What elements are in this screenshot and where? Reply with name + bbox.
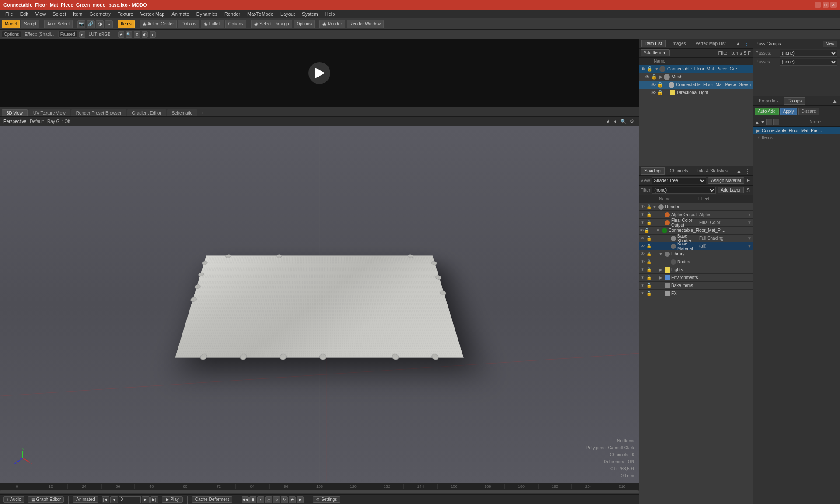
toolbar-icon-1[interactable]: 📷 xyxy=(77,20,85,28)
tab-schematic[interactable]: Schematic xyxy=(167,109,197,116)
shade-lock-alpha[interactable]: 🔒 xyxy=(646,212,652,217)
item-list-icon-1[interactable]: ▲ xyxy=(735,41,742,47)
assign-material-button[interactable]: Assign Material xyxy=(708,177,744,184)
tab-add-button[interactable]: + xyxy=(198,109,206,116)
timeline-scroll-thumb[interactable] xyxy=(0,490,639,494)
shade-vis-bake[interactable]: 👁 xyxy=(640,283,646,288)
tab-images[interactable]: Images xyxy=(668,40,690,47)
t2-icon-2[interactable]: 🔍 xyxy=(126,32,132,38)
lock-icon-light[interactable]: 🔒 xyxy=(657,90,663,95)
pass-groups-select[interactable]: (none) xyxy=(780,50,837,57)
auto-select-button[interactable]: Auto Select xyxy=(44,20,73,28)
tab-properties[interactable]: Properties xyxy=(755,97,783,105)
menu-vertex-map[interactable]: Vertex Map xyxy=(137,10,168,18)
shade-lock-render[interactable]: 🔒 xyxy=(646,204,652,209)
shade-lock-fx[interactable]: 🔒 xyxy=(646,291,652,296)
tab-channels[interactable]: Channels xyxy=(666,167,692,175)
t2-icon-5[interactable]: ⋮ xyxy=(150,32,156,38)
eye-icon-mesh-group[interactable]: 👁 xyxy=(645,74,650,80)
pb-icon-7[interactable]: ★ xyxy=(289,496,296,503)
shade-expand-env[interactable]: ▶ xyxy=(658,275,663,280)
discard-button[interactable]: Discard xyxy=(798,108,819,115)
tree-item-light[interactable]: 👁 🔒 Directional Light xyxy=(639,89,752,97)
paused-button[interactable]: Paused xyxy=(58,31,77,38)
maximize-button[interactable]: □ xyxy=(822,2,829,8)
options-3-button[interactable]: Options xyxy=(2,31,21,38)
vp-icon-1[interactable]: ★ xyxy=(605,119,611,124)
shader-f-btn[interactable]: F xyxy=(746,178,751,184)
pb-icon-1[interactable]: ◀◀ xyxy=(242,496,248,503)
pb-icon-6[interactable]: ↻ xyxy=(281,496,288,503)
eye-icon-light[interactable]: 👁 xyxy=(651,90,656,95)
shade-expand-library[interactable]: ▼ xyxy=(658,252,663,256)
render-window-button[interactable]: Render Window xyxy=(346,20,384,28)
shade-vis-lights[interactable]: 👁 xyxy=(640,267,646,272)
tab-render-preset[interactable]: Render Preset Browser xyxy=(71,109,126,116)
auto-add-button[interactable]: Auto Add xyxy=(755,108,779,115)
expand-scene[interactable]: ▼ xyxy=(654,66,659,71)
eye-icon-scene[interactable]: 👁 xyxy=(640,66,645,72)
render-button[interactable]: ◉ Render xyxy=(319,20,345,28)
shade-vis-fx[interactable]: 👁 xyxy=(640,291,646,296)
shader-row-finalcolor[interactable]: 👁 🔒 Final Color Output Final Color ▼ xyxy=(639,219,752,227)
pb-icon-4[interactable]: △ xyxy=(265,496,272,503)
lock-icon-mesh[interactable]: 🔒 xyxy=(657,82,663,88)
3d-canvas[interactable]: X Y Z No Items Polygons : Catmull-Clark … xyxy=(0,126,639,483)
vp-icon-2[interactable]: ● xyxy=(613,119,618,124)
shade-vis-render[interactable]: 👁 xyxy=(640,204,646,209)
group-icon-btn-2[interactable]: ▼ xyxy=(760,119,765,125)
settings-button[interactable]: ⚙ Settings xyxy=(313,496,340,503)
mode-model-button[interactable]: Model xyxy=(2,20,20,28)
filter-s-btn[interactable]: S xyxy=(743,50,746,56)
menu-dynamics[interactable]: Dynamics xyxy=(193,10,221,18)
shader-row-fx[interactable]: 👁 🔒 FX xyxy=(639,290,752,298)
pb-icon-3[interactable]: ▸ xyxy=(257,496,264,503)
tree-item-mesh[interactable]: 👁 🔒 Connectable_Floor_Mat_Piece_Green xyxy=(639,81,752,89)
play-preview-button[interactable] xyxy=(308,62,330,84)
frame-input[interactable] xyxy=(119,496,141,503)
shader-row-environments[interactable]: 👁 🔒 ▶ Environments xyxy=(639,274,752,282)
pb-icon-8[interactable]: ▶ xyxy=(297,496,304,503)
transport-prev-button[interactable]: ◀ xyxy=(110,496,118,503)
new-pass-button[interactable]: New xyxy=(822,41,837,47)
shade-vis-finalcolor[interactable]: 👁 xyxy=(640,220,646,225)
shader-tree-select[interactable]: Shader Tree xyxy=(652,177,707,184)
t2-icon-1[interactable]: ★ xyxy=(118,32,124,38)
transport-start-button[interactable]: |◀ xyxy=(102,496,109,503)
shade-lock-library[interactable]: 🔒 xyxy=(646,252,652,256)
menu-edit[interactable]: Edit xyxy=(17,10,32,18)
timeline-scrollbar[interactable] xyxy=(0,490,639,494)
shade-lock-finalcolor[interactable]: 🔒 xyxy=(646,220,652,225)
shader-row-nodes[interactable]: 👁 🔒 Nodes xyxy=(639,258,752,266)
menu-texture[interactable]: Texture xyxy=(114,10,137,18)
shading-icon-1[interactable]: ▲ xyxy=(735,168,742,174)
toolbar-icon-2[interactable]: 🔗 xyxy=(87,20,94,28)
shader-row-lights[interactable]: 👁 🔒 ▶ Lights xyxy=(639,266,752,274)
toolbar-icon-3[interactable]: ◑ xyxy=(96,20,104,28)
groups-icon-1[interactable]: + xyxy=(826,98,830,104)
menu-help[interactable]: Help xyxy=(322,10,339,18)
options-2-button[interactable]: Options xyxy=(225,20,246,28)
cache-deformers-button[interactable]: Cache Deformers xyxy=(192,496,232,503)
shader-filter-select[interactable]: (none) xyxy=(652,187,716,194)
transport-next-button[interactable]: ▶ xyxy=(142,496,150,503)
menu-render[interactable]: Render xyxy=(221,10,244,18)
eye-icon-mesh[interactable]: 👁 xyxy=(651,82,656,88)
pause-icon[interactable]: ▶ xyxy=(79,32,85,38)
group-item[interactable]: ▶ Connectable_Floor_Mat_Pie ... xyxy=(753,127,840,134)
shade-vis-alpha[interactable]: 👁 xyxy=(640,212,646,217)
shade-lock-bake[interactable]: 🔒 xyxy=(646,283,652,288)
pb-icon-2[interactable]: ▮ xyxy=(249,496,256,503)
play-button[interactable]: ▶ Play xyxy=(162,496,183,503)
lock-icon-mesh-group[interactable]: 🔒 xyxy=(651,74,657,80)
shade-expand-mat[interactable]: ▼ xyxy=(655,228,661,233)
shader-row-bake[interactable]: 👁 🔒 Bake Items xyxy=(639,282,752,290)
shade-lock-env[interactable]: 🔒 xyxy=(646,275,652,280)
menu-item[interactable]: Item xyxy=(70,10,86,18)
items-button[interactable]: Items xyxy=(118,20,134,28)
menu-select[interactable]: Select xyxy=(49,10,70,18)
shade-lock-base-mat[interactable]: 🔒 xyxy=(646,244,652,248)
tab-groups[interactable]: Groups xyxy=(784,97,806,105)
vp-icon-3[interactable]: 🔍 xyxy=(620,119,627,124)
t2-icon-4[interactable]: ◐ xyxy=(142,32,148,38)
